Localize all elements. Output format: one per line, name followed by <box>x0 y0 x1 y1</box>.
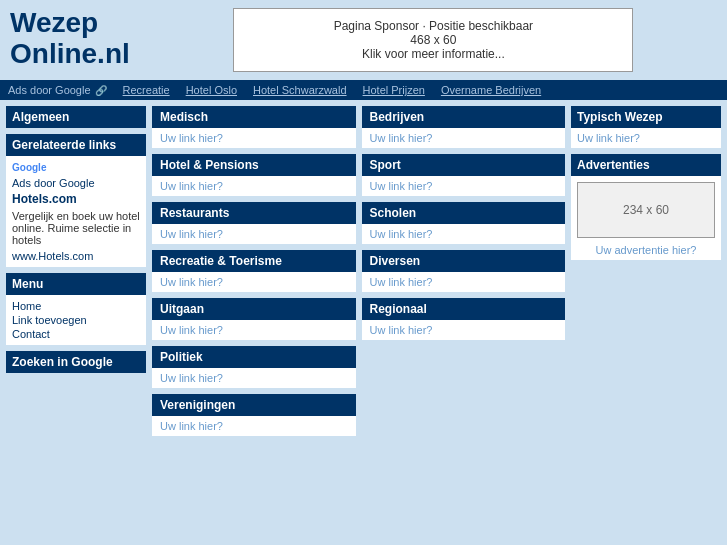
category-politiek: Politiek Uw link hier? <box>152 346 356 388</box>
category-scholen: Scholen Uw link hier? <box>362 202 566 244</box>
cat-politiek-header: Politiek <box>152 346 356 368</box>
cat-bedrijven-link[interactable]: Uw link hier? <box>362 128 566 148</box>
category-regionaal: Regionaal Uw link hier? <box>362 298 566 340</box>
typisch-link[interactable]: Uw link hier? <box>571 128 721 148</box>
nav-bar: Ads door Google 🔗 Recreatie Hotel Oslo H… <box>0 80 727 100</box>
header: Wezep Online.nl Pagina Sponsor · Positie… <box>0 0 727 80</box>
right-sidebar: Typisch Wezep Uw link hier? Advertenties… <box>571 106 721 436</box>
logo-line2: Online.nl <box>10 39 130 70</box>
cat-scholen-header: Scholen <box>362 202 566 224</box>
cat-regionaal-link[interactable]: Uw link hier? <box>362 320 566 340</box>
nav-link-recreatie[interactable]: Recreatie <box>123 84 170 96</box>
cat-hotel-header: Hotel & Pensions <box>152 154 356 176</box>
cat-restaurants-link[interactable]: Uw link hier? <box>152 224 356 244</box>
main-layout: Algemeen Gerelateerde links Google Ads d… <box>0 100 727 442</box>
menu-home[interactable]: Home <box>12 299 140 313</box>
sponsor-box[interactable]: Pagina Sponsor · Positie beschikbaar 468… <box>233 8 633 72</box>
cat-scholen-link[interactable]: Uw link hier? <box>362 224 566 244</box>
cat-politiek-link[interactable]: Uw link hier? <box>152 368 356 388</box>
category-restaurants: Restaurants Uw link hier? <box>152 202 356 244</box>
logo-line1: Wezep <box>10 8 130 39</box>
category-medisch: Medisch Uw link hier? <box>152 106 356 148</box>
hotels-link[interactable]: Hotels.com <box>12 191 140 207</box>
categories-grid: Medisch Uw link hier? Bedrijven Uw link … <box>152 106 565 436</box>
cat-verenigingen-link[interactable]: Uw link hier? <box>152 416 356 436</box>
nav-link-schwarzwald[interactable]: Hotel Schwarzwald <box>253 84 347 96</box>
search-header: Zoeken in Google <box>6 351 146 373</box>
related-section: Gerelateerde links Google Ads door Googl… <box>6 134 146 267</box>
cat-hotel-link[interactable]: Uw link hier? <box>152 176 356 196</box>
category-hotel: Hotel & Pensions Uw link hier? <box>152 154 356 196</box>
cat-uitgaan-link[interactable]: Uw link hier? <box>152 320 356 340</box>
related-body: Google Ads door Google Hotels.com Vergel… <box>6 156 146 267</box>
left-sidebar: Algemeen Gerelateerde links Google Ads d… <box>6 106 146 436</box>
category-uitgaan: Uitgaan Uw link hier? <box>152 298 356 340</box>
cat-diversen-link[interactable]: Uw link hier? <box>362 272 566 292</box>
ads-google-nav: Ads door Google 🔗 <box>8 84 107 96</box>
cat-uitgaan-header: Uitgaan <box>152 298 356 320</box>
category-sport: Sport Uw link hier? <box>362 154 566 196</box>
ad-box[interactable]: 234 x 60 <box>577 182 715 238</box>
cat-recreatie-link[interactable]: Uw link hier? <box>152 272 356 292</box>
category-bedrijven: Bedrijven Uw link hier? <box>362 106 566 148</box>
typisch-header: Typisch Wezep <box>571 106 721 128</box>
cat-medisch-header: Medisch <box>152 106 356 128</box>
menu-body: Home Link toevoegen Contact <box>6 295 146 345</box>
menu-link-toevoegen[interactable]: Link toevoegen <box>12 313 140 327</box>
logo: Wezep Online.nl <box>10 8 130 70</box>
cat-medisch-link[interactable]: Uw link hier? <box>152 128 356 148</box>
cat-sport-link[interactable]: Uw link hier? <box>362 176 566 196</box>
ad-label: Uw advertentie hier? <box>571 244 721 260</box>
algemeen-section: Algemeen <box>6 106 146 128</box>
category-diversen: Diversen Uw link hier? <box>362 250 566 292</box>
hotels-url[interactable]: www.Hotels.com <box>12 249 140 263</box>
hotels-desc: Vergelijk en boek uw hotel online. Ruime… <box>12 210 140 246</box>
cat-sport-header: Sport <box>362 154 566 176</box>
advertenties-section: Advertenties 234 x 60 Uw advertentie hie… <box>571 154 721 260</box>
google-icon: Google <box>12 162 46 173</box>
ads-google-icon: 🔗 <box>95 85 107 96</box>
nav-link-prijzen[interactable]: Hotel Prijzen <box>363 84 425 96</box>
category-recreatie: Recreatie & Toerisme Uw link hier? <box>152 250 356 292</box>
cat-diversen-header: Diversen <box>362 250 566 272</box>
spacer-right <box>362 346 566 388</box>
cat-regionaal-header: Regionaal <box>362 298 566 320</box>
search-section: Zoeken in Google <box>6 351 146 373</box>
related-header: Gerelateerde links <box>6 134 146 156</box>
cat-bedrijven-header: Bedrijven <box>362 106 566 128</box>
typisch-section: Typisch Wezep Uw link hier? <box>571 106 721 148</box>
menu-header: Menu <box>6 273 146 295</box>
menu-section: Menu Home Link toevoegen Contact <box>6 273 146 345</box>
ads-google-sidebar: Google <box>12 160 140 175</box>
nav-link-oslo[interactable]: Hotel Oslo <box>186 84 237 96</box>
sponsor-line1: Pagina Sponsor · Positie beschikbaar <box>254 19 612 33</box>
algemeen-header: Algemeen <box>6 106 146 128</box>
sponsor-cta: Klik voor meer informatie... <box>254 47 612 61</box>
cat-restaurants-header: Restaurants <box>152 202 356 224</box>
nav-link-overname[interactable]: Overname Bedrijven <box>441 84 541 96</box>
menu-contact[interactable]: Contact <box>12 327 140 341</box>
cat-verenigingen-header: Verenigingen <box>152 394 356 416</box>
sponsor-size: 468 x 60 <box>254 33 612 47</box>
cat-recreatie-header: Recreatie & Toerisme <box>152 250 356 272</box>
ads-sidebar-label: Ads door Google <box>12 175 140 191</box>
advertenties-header: Advertenties <box>571 154 721 176</box>
category-verenigingen: Verenigingen Uw link hier? <box>152 394 356 436</box>
ads-google-label: Ads door Google <box>8 84 91 96</box>
